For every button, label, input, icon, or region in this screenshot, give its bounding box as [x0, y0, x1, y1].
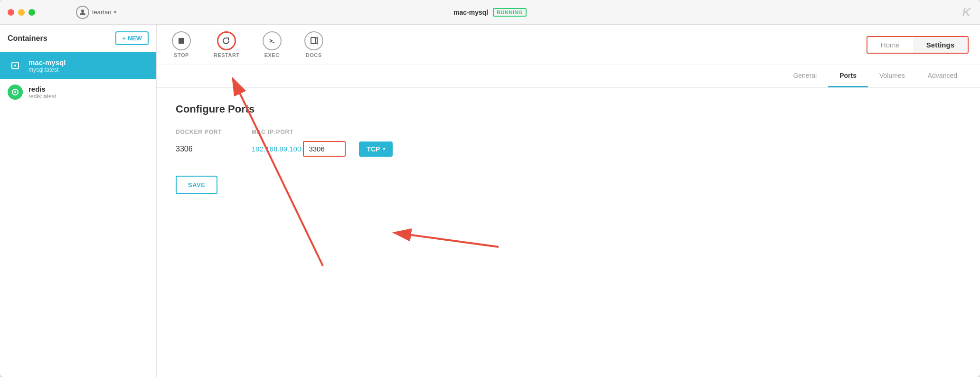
- mac-ip-header: MAC IP:PORT: [252, 129, 961, 135]
- sidebar-title: Containers: [8, 34, 47, 43]
- exec-label: EXEC: [264, 52, 280, 58]
- tab-home[interactable]: Home: [867, 37, 913, 53]
- redis-name: redis: [28, 85, 56, 93]
- tcp-protocol-button[interactable]: TCP ▾: [359, 141, 393, 157]
- stop-button[interactable]: STOP: [168, 29, 195, 60]
- svg-rect-7: [311, 38, 316, 44]
- restart-button[interactable]: RESTART: [210, 29, 244, 60]
- sidebar-item-redis[interactable]: redis redis:latest: [0, 79, 156, 105]
- docker-port-header: DOCKER PORT: [176, 129, 252, 135]
- svg-point-4: [14, 91, 16, 93]
- page-body: Configure Ports DOCKER PORT MAC IP:PORT …: [157, 88, 980, 377]
- mac-mysql-name: mac-mysql: [28, 58, 66, 66]
- tab-general[interactable]: General: [782, 65, 828, 87]
- tab-settings[interactable]: Settings: [913, 37, 968, 53]
- user-profile[interactable]: teartao ▾: [76, 6, 116, 19]
- minimize-button[interactable]: [18, 9, 25, 16]
- redis-info: redis redis:latest: [28, 85, 56, 100]
- redis-sub: redis:latest: [28, 93, 56, 100]
- content-area: STOP RESTART: [157, 25, 980, 377]
- restart-label: RESTART: [214, 52, 240, 58]
- svg-rect-5: [179, 38, 184, 44]
- tab-ports[interactable]: Ports: [828, 65, 868, 87]
- ip-port-group: 192.168.99.100:: [252, 141, 346, 157]
- toolbar: STOP RESTART: [157, 25, 980, 65]
- sub-tabs-bar: General Ports Volumes Advanced: [157, 65, 980, 88]
- mac-mysql-sub: mysql:latest: [28, 66, 66, 73]
- redis-icon: [8, 85, 23, 100]
- restart-icon: [217, 31, 236, 50]
- stop-icon: [172, 31, 191, 50]
- k-logo: K: [962, 6, 971, 19]
- mac-mysql-info: mac-mysql mysql:latest: [28, 58, 66, 73]
- tcp-label: TCP: [367, 145, 380, 153]
- nav-tabs: Home Settings: [867, 36, 969, 54]
- close-button[interactable]: [8, 9, 14, 16]
- sidebar: Containers + NEW mac-mysql mysql:latest: [0, 25, 157, 377]
- svg-point-0: [81, 9, 84, 12]
- ip-address: 192.168.99.100:: [252, 145, 303, 153]
- sidebar-item-mac-mysql[interactable]: mac-mysql mysql:latest: [0, 52, 156, 79]
- docker-port-value: 3306: [176, 145, 246, 153]
- stop-label: STOP: [174, 52, 189, 58]
- section-title: Configure Ports: [176, 103, 961, 115]
- docs-button[interactable]: DOCS: [301, 29, 327, 60]
- port-input[interactable]: [303, 141, 346, 157]
- user-avatar-icon: [76, 6, 89, 19]
- titlebar-center: mac-mysql RUNNING: [453, 8, 527, 17]
- sidebar-header: Containers + NEW: [0, 25, 156, 52]
- table-header: DOCKER PORT MAC IP:PORT: [176, 129, 961, 135]
- tab-volumes[interactable]: Volumes: [868, 65, 916, 87]
- new-container-button[interactable]: + NEW: [115, 31, 149, 45]
- save-button[interactable]: SAVE: [176, 176, 217, 194]
- maximize-button[interactable]: [28, 9, 35, 16]
- mac-mysql-icon: [8, 58, 23, 73]
- app-title: mac-mysql: [453, 9, 488, 16]
- window-controls: [8, 9, 35, 16]
- user-name-label: teartao: [92, 9, 111, 16]
- tab-advanced[interactable]: Advanced: [916, 65, 969, 87]
- docs-label: DOCS: [306, 52, 322, 58]
- running-badge: RUNNING: [493, 8, 527, 17]
- exec-icon: [263, 31, 282, 50]
- docs-icon: [304, 31, 323, 50]
- port-table: DOCKER PORT MAC IP:PORT 3306 192.168.99.…: [176, 129, 961, 157]
- user-dropdown-icon: ▾: [114, 9, 116, 15]
- tcp-dropdown-icon: ▾: [383, 146, 385, 151]
- table-row: 3306 192.168.99.100: TCP ▾: [176, 141, 961, 157]
- svg-point-2: [14, 65, 16, 66]
- exec-button[interactable]: EXEC: [259, 29, 285, 60]
